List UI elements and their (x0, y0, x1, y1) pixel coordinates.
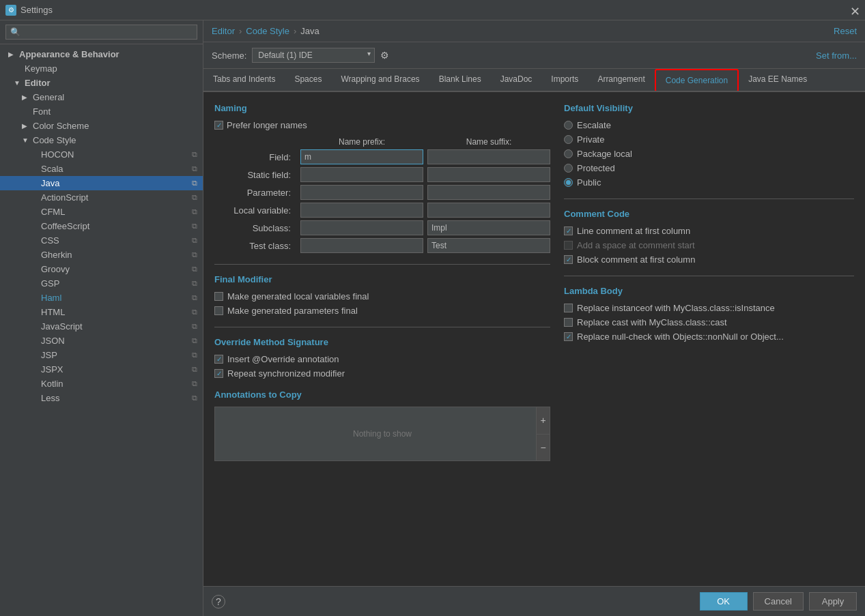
sidebar-item-editor[interactable]: ▼ Editor (0, 76, 203, 90)
tab-code-generation[interactable]: Code Generation (655, 69, 739, 92)
final-local-vars-row[interactable]: Make generated local variables final (214, 291, 550, 302)
replace-null-check-checkbox[interactable] (564, 332, 573, 341)
radio-public[interactable]: Public (564, 177, 854, 188)
radio-package-local[interactable]: Package local (564, 149, 854, 159)
sidebar-item-java[interactable]: Java ⧉ (0, 176, 203, 190)
tab-java-ee[interactable]: Java EE Names (739, 69, 817, 92)
subclass-prefix-input[interactable] (300, 220, 423, 235)
line-comment-first-col-checkbox[interactable] (564, 226, 573, 235)
sidebar-item-coffeescript[interactable]: CoffeeScript ⧉ (0, 219, 203, 233)
sidebar-item-gherkin[interactable]: Gherkin ⧉ (0, 248, 203, 262)
parameter-prefix-input[interactable] (300, 185, 423, 200)
sidebar-item-actionscript[interactable]: ActionScript ⧉ (0, 190, 203, 205)
replace-instanceof-checkbox[interactable] (564, 304, 573, 312)
ok-button[interactable]: OK (700, 592, 748, 611)
block-comment-first-col-checkbox[interactable] (564, 255, 573, 264)
radio-protected-input[interactable] (564, 164, 573, 173)
sidebar-item-jspx[interactable]: JSPX ⧉ (0, 362, 203, 377)
repeat-synchronized-row[interactable]: Repeat synchronized modifier (214, 368, 550, 379)
sidebar-item-javascript[interactable]: JavaScript ⧉ (0, 319, 203, 334)
set-from-link[interactable]: Set from... (816, 50, 857, 61)
prefer-longer-names-row: Prefer longer names (214, 120, 550, 130)
tab-blank-lines[interactable]: Blank Lines (429, 69, 491, 92)
annotations-section: Annotations to Copy + − Nothing to show (214, 390, 550, 461)
cancel-button[interactable]: Cancel (753, 592, 804, 611)
insert-override-row[interactable]: Insert @Override annotation (214, 354, 550, 364)
radio-private-input[interactable] (564, 135, 573, 144)
replace-cast-checkbox[interactable] (564, 318, 573, 327)
sidebar-item-haml[interactable]: Haml ⧉ (0, 291, 203, 305)
prefer-longer-names-label[interactable]: Prefer longer names (214, 120, 307, 130)
repeat-synchronized-checkbox[interactable] (214, 369, 223, 378)
line-comment-first-col-row[interactable]: Line comment at first column (564, 226, 854, 236)
replace-null-check-row[interactable]: Replace null-check with Objects::nonNull… (564, 332, 854, 342)
sidebar-item-label: JSPX (41, 364, 63, 375)
tab-tabs-indents[interactable]: Tabs and Indents (203, 69, 285, 92)
sidebar-item-less[interactable]: Less ⧉ (0, 391, 203, 405)
sidebar-item-keymap[interactable]: Keymap (0, 61, 203, 76)
parameter-suffix-input[interactable] (427, 185, 550, 200)
insert-override-checkbox[interactable] (214, 355, 223, 364)
scheme-select[interactable]: Default (1) IDE (252, 48, 375, 63)
reset-button[interactable]: Reset (834, 26, 857, 36)
gear-icon[interactable]: ⚙ (380, 50, 389, 61)
help-button[interactable]: ? (212, 595, 225, 608)
tab-wrapping[interactable]: Wrapping and Braces (331, 69, 429, 92)
add-annotation-button[interactable]: + (537, 407, 550, 435)
static-field-prefix-input[interactable] (300, 167, 423, 182)
sidebar-item-kotlin[interactable]: Kotlin ⧉ (0, 377, 203, 391)
radio-escalate[interactable]: Escalate (564, 120, 854, 130)
sidebar-item-code-style[interactable]: ▼ Code Style (0, 133, 203, 147)
final-params-row[interactable]: Make generated parameters final (214, 306, 550, 316)
sidebar-item-html[interactable]: HTML ⧉ (0, 305, 203, 319)
static-field-row: Static field: (214, 167, 550, 182)
field-suffix-input[interactable] (427, 149, 550, 164)
remove-annotation-button[interactable]: − (537, 435, 550, 461)
sidebar-item-label: ActionScript (41, 192, 88, 203)
local-variable-prefix-input[interactable] (300, 203, 423, 218)
field-prefix-input[interactable] (300, 149, 423, 164)
copy-icon: ⧉ (192, 250, 197, 259)
test-class-suffix-input[interactable] (427, 238, 550, 253)
sidebar-item-jsp[interactable]: JSP ⧉ (0, 348, 203, 362)
final-params-checkbox[interactable] (214, 306, 223, 315)
final-local-vars-checkbox[interactable] (214, 292, 223, 301)
apply-button[interactable]: Apply (809, 592, 857, 611)
sidebar-item-hocon[interactable]: HOCON ⧉ (0, 147, 203, 162)
radio-package-local-input[interactable] (564, 149, 573, 158)
annotations-title: Annotations to Copy (214, 390, 550, 400)
radio-private[interactable]: Private (564, 134, 854, 145)
sidebar-item-json[interactable]: JSON ⧉ (0, 334, 203, 348)
sidebar-item-font[interactable]: Font (0, 104, 203, 119)
sidebar-item-gsp[interactable]: GSP ⧉ (0, 276, 203, 291)
sep1: › (239, 26, 242, 36)
search-input[interactable] (5, 25, 197, 40)
sidebar-item-scala[interactable]: Scala ⧉ (0, 162, 203, 176)
tab-spaces[interactable]: Spaces (285, 69, 331, 92)
prefer-longer-names-checkbox[interactable] (214, 121, 223, 130)
scheme-row: Scheme: Default (1) IDE ⚙ Set from... (203, 42, 865, 69)
test-class-prefix-input[interactable] (300, 238, 423, 253)
sidebar-item-appearance[interactable]: ▶ Appearance & Behavior (0, 47, 203, 61)
tab-arrangement[interactable]: Arrangement (588, 69, 654, 92)
replace-cast-row[interactable]: Replace cast with MyClass.class::cast (564, 317, 854, 327)
sidebar-item-css[interactable]: CSS ⧉ (0, 233, 203, 248)
sidebar-item-cfml[interactable]: CFML ⧉ (0, 205, 203, 219)
block-comment-first-col-row[interactable]: Block comment at first column (564, 254, 854, 265)
local-variable-suffix-input[interactable] (427, 203, 550, 218)
close-button[interactable]: ✕ (850, 5, 860, 15)
radio-public-input[interactable] (564, 178, 573, 187)
radio-protected[interactable]: Protected (564, 163, 854, 173)
subclass-suffix-input[interactable] (427, 220, 550, 235)
replace-instanceof-row[interactable]: Replace instanceof with MyClass.class::i… (564, 303, 854, 313)
static-field-suffix-input[interactable] (427, 167, 550, 182)
sidebar-item-groovy[interactable]: Groovy ⧉ (0, 262, 203, 276)
sidebar-item-label: Scala (41, 164, 63, 174)
two-col-layout: Naming Prefer longer names (214, 103, 854, 472)
radio-escalate-input[interactable] (564, 121, 573, 130)
sidebar-item-general[interactable]: ▶ General (0, 90, 203, 104)
sidebar-item-color-scheme[interactable]: ▶ Color Scheme (0, 119, 203, 133)
tab-javadoc[interactable]: JavaDoc (491, 69, 542, 92)
replace-instanceof-label: Replace instanceof with MyClass.class::i… (577, 303, 775, 313)
tab-imports[interactable]: Imports (541, 69, 588, 92)
